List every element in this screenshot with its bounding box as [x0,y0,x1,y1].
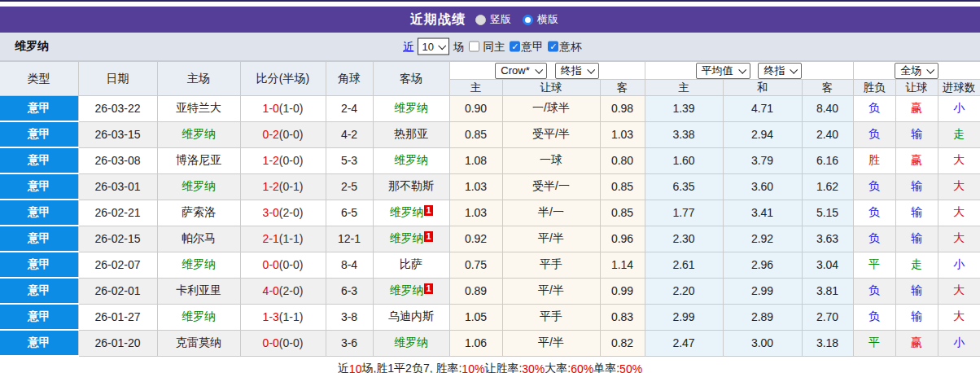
handicap-line: 半/一 [502,200,600,226]
match-row: 意甲26-02-01卡利亚里4-0(2-0)6-3维罗纳10.89平/半0.99… [0,278,980,304]
away-team-cell: 维罗纳1 [373,278,449,304]
col-header-score: 比分(半场) [240,62,326,96]
summary-segment: 30% [522,362,545,373]
team-name-text: 卡利亚里 [176,283,221,296]
euro-home-odds: 3.38 [645,121,723,147]
sub-header-euro-home: 主 [645,80,723,96]
euro-draw-odds: 2.89 [723,304,802,330]
checkbox-coppa-italia[interactable]: ✓ 意杯 [548,39,581,54]
recent-count-select[interactable]: 10 [418,38,449,55]
team-name-text: 维罗纳 [389,283,423,296]
summary-segment: 近 [338,362,349,373]
asian-home-odds: 1.03 [449,173,502,200]
team-name-text: 维罗纳 [389,205,423,218]
date-cell: 26-03-01 [78,173,157,200]
title-bar: 近期战绩 竖版 横版 [0,7,980,33]
euro-away-odds: 3.63 [802,226,853,252]
col-header-away: 客场 [373,62,449,96]
asian-home-odds: 1.08 [449,147,502,173]
team-name-text: 帕尔马 [182,231,216,244]
team-name-text: 乌迪内斯 [388,309,434,323]
corner-cell: 8-4 [326,252,373,278]
euro-draw-odds: 2.92 [723,226,802,252]
euro-away-odds: 2.40 [802,121,853,147]
checkbox-label: 同主 [483,39,505,54]
euro-away-odds: 3.04 [802,252,853,278]
euro-away-odds: 6.16 [802,147,853,173]
home-team-cell: 维罗纳 [157,121,240,147]
asian-home-odds: 0.75 [449,252,502,278]
date-cell: 26-02-01 [78,278,157,304]
summary-segment: 10 [349,362,362,373]
score-cell: 1-0(1-0) [240,96,326,122]
full-match-select[interactable]: 全场 [895,63,938,79]
outcome-cell: 负 [853,200,895,226]
date-cell: 26-03-08 [78,147,157,173]
view-option-vertical[interactable]: 竖版 [475,12,511,27]
asian-away-odds: 0.85 [600,200,645,226]
away-team-cell: 热那亚 [373,121,449,147]
checkbox-serie-a[interactable]: ✓ 意甲 [510,39,543,54]
home-team-cell: 博洛尼亚 [157,147,240,173]
handicap-line: 平手 [502,304,600,330]
euro-away-odds: 3.81 [802,278,853,304]
euro-home-odds: 2.61 [645,252,723,278]
date-cell: 26-02-15 [78,226,157,252]
score-cell: 0-2(0-0) [240,121,326,147]
handicap-line: 一/球半 [502,96,600,122]
radio-unselected-icon [475,15,486,25]
corner-cell: 4-2 [326,121,373,147]
chevron-down-icon [535,66,543,74]
asian-home-odds: 1.03 [449,200,502,226]
sub-header-handicap: 让球 [502,80,600,96]
team-name-text: 维罗纳 [389,231,423,244]
handicap-result-cell: 输 [895,226,938,252]
euro-away-odds: 5.15 [802,200,853,226]
col-header-home: 主场 [157,62,240,96]
sub-header-goals: 进球数 [938,80,980,96]
asian-away-odds: 0.99 [600,278,645,304]
date-cell: 26-03-15 [78,121,157,147]
final-odds-select-asian[interactable]: 终指 [555,63,599,79]
outcome-cell: 平 [853,252,895,278]
euro-draw-odds: 2.94 [723,121,802,147]
team-name-text: 比萨 [400,257,422,270]
team-name-text: 维罗纳 [182,257,216,270]
team-name-text: 那不勒斯 [388,179,434,192]
handicap-line: 一球 [502,147,600,173]
summary-segment: 单率: [593,362,619,373]
outcome-cell: 负 [853,121,895,147]
asian-away-odds: 0.98 [600,96,645,122]
euro-home-odds: 6.35 [645,173,723,200]
euro-away-odds: 1.62 [802,173,853,200]
euro-home-odds: 1.60 [645,147,723,173]
view-option-label: 竖版 [490,12,511,27]
filter-row: 维罗纳 近 10 场 ✓ 同主 ✓ 意甲 ✓ 意杯 [0,33,980,61]
sub-header-asian-home: 主 [449,80,502,96]
red-card-badge: 1 [424,231,432,242]
corner-cell: 5-3 [326,147,373,173]
bookmaker-select[interactable]: Crow* [495,63,546,79]
home-team-cell: 维罗纳 [157,173,240,200]
home-team-cell: 维罗纳 [157,304,240,330]
average-select[interactable]: 平均值 [696,63,750,79]
sub-header-euro-draw: 和 [723,80,802,96]
euro-draw-odds: 3.41 [723,200,802,226]
asian-home-odds: 0.89 [449,278,502,304]
final-odds-select-euro[interactable]: 终指 [758,63,802,79]
euro-draw-odds: 3.60 [723,173,802,200]
handicap-line: 平/半 [502,226,600,252]
goals-cell: 走 [938,121,980,147]
match-row: 意甲26-03-15维罗纳0-2(0-0)4-2热那亚0.85受平/半1.033… [0,121,980,147]
summary-segment: 让胜率: [484,362,522,373]
handicap-result-cell: 赢 [895,147,938,173]
euro-home-odds: 2.47 [645,330,723,356]
handicap-result-cell: 输 [895,200,938,226]
recent-count-value: 10 [422,41,434,53]
view-option-horizontal[interactable]: 横版 [523,12,558,27]
league-cell: 意甲 [0,200,78,226]
recent-link[interactable]: 近 [403,39,414,54]
asian-home-odds: 0.92 [449,226,502,252]
checkbox-same-home[interactable]: ✓ 同主 [469,39,505,54]
outcome-cell: 平 [853,330,895,356]
